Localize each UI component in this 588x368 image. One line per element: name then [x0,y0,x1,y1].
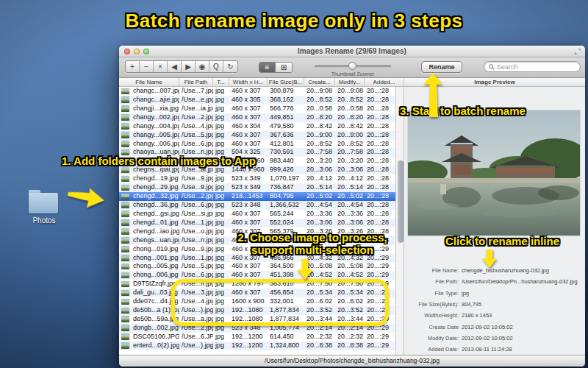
table-row[interactable]: chengd...29.jpg /Use...9.jpg jpg 523 x 3… [119,183,395,192]
cell-file-name: dongb...002.jpg [131,324,179,333]
cell-type: jpg [213,219,229,227]
preview-field-label: Added Date: [404,346,459,353]
window-controls [124,49,149,54]
table-row[interactable]: changy...004.jpg /Use...4.jpg jpg 460 x … [119,122,395,131]
row-thumbnail-icon [119,342,131,350]
header-modify[interactable]: Modify... [335,78,365,86]
grid-view-button[interactable]: ⊞ [276,63,292,72]
cell-added-date: 20...:28 [365,113,395,122]
cell-file-name: chengs...uan.jpg [131,236,179,245]
cell-file-name: changc...007.jpg [131,87,179,96]
cell-file-size: 804,795 [268,192,304,201]
search-field[interactable] [484,61,581,72]
cell-modify-date: 20...8:20 [335,113,365,122]
rename-arrow-icon [423,73,442,117]
search-input[interactable] [497,63,576,71]
cell-file-path: /Use...9.jpg [179,174,213,183]
table-row[interactable]: chengd...19.jpg /Use...9.jpg jpg 523 x 3… [119,174,395,183]
table-row[interactable]: changc...007.jpg /Use...7.jpg jpg 460 x … [119,87,395,96]
table-row[interactable]: chengd...36.jpg /Use...6.jpg jpg 523 x 3… [119,201,395,210]
cell-dimensions: 460 x 307 [229,210,268,219]
cell-added-date: 20...:28 [365,192,395,201]
cell-file-name: chengd...01.jpg [131,219,179,227]
cell-file-name: chong...006.jpg [131,271,179,280]
row-thumbnail-icon [119,254,131,263]
header-added[interactable]: Added... [365,78,404,86]
row-thumbnail-icon [119,174,131,183]
cell-file-path: /Use...e.jpg [179,96,213,105]
header-dimensions[interactable]: Width x H... [229,78,268,86]
preview-field-value[interactable]: 2012-09-02 10:05:02 [462,335,513,342]
header-file-path[interactable]: File Path [179,78,213,86]
preview-field-value[interactable]: 2013-08-11 11:24:28 [462,346,512,353]
table-row[interactable]: chong...005.jpg /Use...5.jpg jpg 460 x 3… [119,262,395,271]
cell-added-date: 20...:29 [365,262,395,271]
photos-folder-icon[interactable]: Photos [28,188,60,224]
cell-create-date: 20...4:54 [304,201,335,210]
minimize-window-button[interactable] [134,49,140,54]
header-file-name[interactable]: File Name [119,78,179,86]
cell-create-date: 20...7:58 [304,148,335,157]
fullscreen-icon[interactable] [574,48,581,55]
titlebar[interactable]: Images Rename (29/69 Images) [119,46,585,57]
close-window-button[interactable] [124,49,130,54]
row-thumbnail-icon [119,333,131,342]
cell-dimensions: 192...1200 [229,342,268,350]
header-create[interactable]: Create... [304,78,335,86]
thumbnail-zoomer: Thumbnail Zoomer [315,60,391,77]
table-row[interactable]: DSC05106.JPG /Use...6.JPG jpg 192...1200… [119,333,395,342]
rename-button[interactable]: Rename [421,61,462,73]
list-view-button[interactable]: ≡ [259,63,276,72]
cell-modify-date: 20...8:38 [335,342,365,350]
cell-type: jpg [213,174,229,183]
row-thumbnail-icon [119,131,131,140]
preview-field-value[interactable]: /Users/fun/Desktop/Ph...hushanzhuang-032… [462,278,578,285]
cell-file-name: chengd...iao.jpg [131,227,179,236]
row-thumbnail-icon [119,289,131,297]
preview-field-value[interactable]: chengde_bishushanzhuang-032.jpg [462,267,549,274]
table-scrollbar[interactable] [395,87,404,355]
search-button[interactable]: Q [209,61,223,72]
preview-field-value[interactable]: 804,795 [462,301,481,308]
toolbar-nav-group: +−×◀▶◉Q↻ [125,60,238,73]
table-row[interactable]: changy...002.jpg /Use...2.jpg jpg 460 x … [119,113,395,122]
annotation-step3: 3. Start to batch rename [400,105,526,118]
table-row[interactable]: chengd...gsi.jpg /Use...si.jpg jpg 460 x… [119,210,395,219]
table-row[interactable]: changy...006.jpg /Use...6.jpg jpg 460 x … [119,140,395,149]
quick-look-button[interactable]: ◉ [196,61,209,72]
cell-create-date: 20...2:32 [304,333,335,342]
header-type[interactable]: T... [213,78,229,86]
cell-file-size: 367,636 [268,131,304,140]
table-row[interactable]: changc...ajie.jpg /Use...e.jpg jpg 460 x… [119,96,395,105]
refresh-button[interactable]: ↻ [223,61,237,72]
scrollbar-thumb[interactable] [398,160,404,243]
cell-dimensions: 460 x 307 [229,87,268,96]
cell-dimensions: 523 x 349 [229,183,268,192]
preview-field-value[interactable]: jpg [462,290,469,297]
remove-button[interactable]: − [140,61,154,72]
cell-type: jpg [213,210,229,219]
preview-field: WidthxHeight: 2180 x 1453 [404,310,584,321]
preview-field-label: File Size(Bytes): [404,301,459,308]
preview-field-value[interactable]: 2180 x 1453 [462,312,492,319]
cell-file-path: /Use...).jpg [179,342,213,350]
previous-button[interactable]: ◀ [168,61,182,72]
table-row[interactable]: changy...005.jpg /Use...5.jpg jpg 460 x … [119,131,395,140]
preview-field-value[interactable]: 2012-09-02 10:05:02 [462,324,513,330]
cell-create-date: 20...3:06 [304,219,335,227]
header-file-size[interactable]: File Size(B... [268,78,304,86]
cell-type: jpg [213,333,229,342]
table-row[interactable]: changji...xia.jpg /Use...ia.jpg jpg 460 … [119,105,395,113]
delete-button[interactable]: × [154,61,168,72]
zoomer-knob[interactable] [348,62,356,70]
cell-file-size: 999,426 [268,166,304,174]
table-row[interactable]: enterd...0(2).jpg /Use...).jpg jpg 192..… [119,342,395,350]
table-row[interactable]: chengd...01.jpg /Use...1.jpg jpg 460 x 3… [119,219,395,227]
next-button[interactable]: ▶ [182,61,196,72]
row-thumbnail-icon [119,219,131,227]
table-row[interactable]: chengd...32.jpg /Use...2.jpg jpg 218...1… [119,192,395,201]
zoom-window-button[interactable] [143,49,149,54]
add-button[interactable]: + [126,61,140,72]
cell-file-path: /Use...9.jpg [179,245,213,254]
cell-file-name: chengd...36.jpg [131,201,179,210]
